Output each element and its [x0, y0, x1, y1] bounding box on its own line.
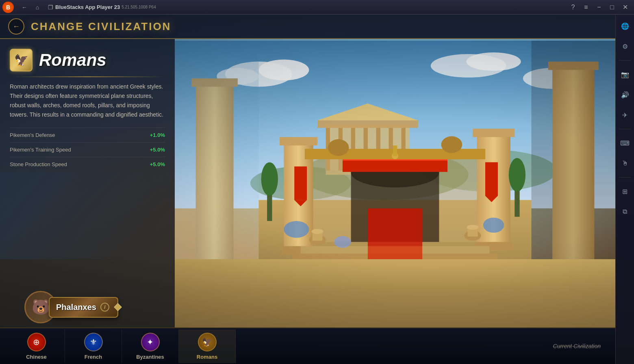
- chinese-symbol: ⊕: [33, 337, 40, 347]
- titlebar: B ← ⌂ ❐ BlueStacks App Player 23 5.21.50…: [0, 0, 634, 15]
- chinese-label: Chinese: [26, 354, 47, 360]
- sidebar-divider-2: [619, 129, 631, 129]
- titlebar-navigation: ← ⌂ ❐: [16, 2, 55, 12]
- svg-point-46: [334, 236, 351, 248]
- byzantine-label: Byzantines: [136, 354, 164, 360]
- civ-tab-roman[interactable]: 🦅 Romans: [179, 329, 236, 363]
- stat-name-1: Pikemen's Training Speed: [10, 147, 71, 153]
- civ-selector: ⊕ Chinese ⚜ French ✦ Byzantines 🦅 Romans…: [0, 327, 615, 364]
- stat-row-1: Pikemen's Training Speed +5.0%: [10, 142, 165, 157]
- svg-point-56: [467, 225, 479, 230]
- info-letter: i: [104, 304, 105, 310]
- stat-value-2: +5.0%: [150, 161, 165, 167]
- minimize-btn[interactable]: −: [593, 2, 605, 13]
- app-name: BlueStacks App Player 23: [55, 4, 120, 10]
- stat-value-1: +5.0%: [150, 147, 165, 153]
- french-symbol: ⚜: [90, 337, 97, 347]
- svg-point-53: [312, 229, 324, 234]
- nav-home-btn[interactable]: ⌂: [33, 2, 42, 12]
- svg-rect-32: [294, 167, 307, 200]
- civ-tab-byzantine[interactable]: ✦ Byzantines: [122, 329, 179, 363]
- unit-name: Phalanxes: [56, 303, 96, 312]
- svg-point-37: [328, 139, 349, 156]
- menu-btn[interactable]: ≡: [580, 2, 592, 13]
- svg-rect-34: [485, 162, 498, 196]
- civ-icon: 🦅: [10, 49, 33, 72]
- nav-recent-btn[interactable]: ❐: [46, 2, 55, 12]
- close-btn[interactable]: ✕: [619, 2, 631, 13]
- roman-symbol: 🦅: [202, 337, 212, 347]
- sidebar-camera-icon[interactable]: 📷: [619, 68, 632, 81]
- civ-description: Roman architects drew inspiration from a…: [10, 82, 165, 119]
- page-title: CHANGE CIVILIZATION: [31, 20, 171, 33]
- sidebar-settings-icon[interactable]: ⚙: [619, 40, 632, 53]
- left-panel: 🦅 Romans Roman architects drew inspirati…: [0, 39, 175, 327]
- roman-icon: 🦅: [198, 333, 217, 351]
- stat-name-0: Pikemen's Defense: [10, 132, 55, 138]
- sidebar-airplane-icon[interactable]: ✈: [619, 108, 632, 121]
- nav-back-btn[interactable]: ←: [20, 2, 29, 12]
- svg-point-2: [258, 59, 309, 80]
- stats-container: Pikemen's Defense +1.0% Pikemen's Traini…: [10, 128, 165, 171]
- stat-name-2: Stone Production Speed: [10, 161, 67, 167]
- back-arrow-icon: ←: [13, 22, 20, 31]
- stat-row-0: Pikemen's Defense +1.0%: [10, 128, 165, 142]
- svg-rect-22: [280, 137, 317, 145]
- main-content: ← CHANGE CIVILIZATION: [0, 15, 615, 364]
- sidebar-divider-1: [619, 60, 631, 61]
- civ-tab-french[interactable]: ⚜ French: [65, 329, 122, 363]
- civ-divider: [10, 76, 165, 77]
- sidebar-layers-icon[interactable]: ⧉: [619, 205, 632, 218]
- maximize-btn[interactable]: □: [606, 2, 618, 13]
- sidebar-keyboard-icon[interactable]: ⌨: [619, 136, 632, 150]
- svg-point-45: [483, 218, 504, 233]
- civ-eagle-icon: 🦅: [14, 54, 28, 67]
- sidebar-globe-icon[interactable]: 🌐: [619, 20, 632, 32]
- header-bar: ← CHANGE CIVILIZATION: [0, 15, 615, 39]
- civ-header: 🦅 Romans: [10, 49, 165, 72]
- sidebar-divider-3: [619, 177, 631, 178]
- byzantine-icon: ✦: [141, 333, 160, 351]
- current-civ-label: Current Civilization: [553, 343, 607, 349]
- window-controls: ? ≡ − □ ✕: [567, 2, 634, 13]
- svg-point-5: [467, 52, 521, 71]
- special-unit-button[interactable]: Phalanxes i: [49, 297, 118, 318]
- unit-portrait-img: 🐻: [32, 299, 50, 316]
- french-label: French: [85, 354, 102, 360]
- svg-point-38: [441, 136, 462, 153]
- svg-rect-42: [368, 208, 422, 246]
- sidebar-sound-icon[interactable]: 🔊: [619, 88, 632, 101]
- special-unit-container: 🐻 Phalanxes i: [24, 291, 118, 323]
- civ-name: Romans: [39, 50, 106, 70]
- byzantine-symbol: ✦: [147, 337, 154, 347]
- svg-rect-62: [393, 145, 397, 156]
- svg-rect-25: [473, 129, 515, 137]
- sidebar-mouse-icon[interactable]: 🖱: [619, 157, 632, 170]
- sidebar-grid-icon[interactable]: ⊞: [619, 185, 632, 198]
- chinese-icon: ⊕: [27, 333, 46, 351]
- stat-value-0: +1.0%: [150, 132, 165, 138]
- svg-point-50: [509, 158, 525, 192]
- svg-point-48: [261, 162, 278, 196]
- civ-tab-chinese[interactable]: ⊕ Chinese: [8, 329, 65, 363]
- right-sidebar: 🌐 ⚙ 📷 🔊 ✈ ⌨ 🖱 ⊞ ⧉: [615, 15, 634, 364]
- stat-row-2: Stone Production Speed +5.0%: [10, 157, 165, 171]
- roman-label: Romans: [197, 354, 217, 360]
- back-button[interactable]: ←: [8, 18, 24, 35]
- app-logo: B: [2, 2, 14, 13]
- app-version: 5.21.505.1008 P64: [122, 5, 156, 9]
- help-btn[interactable]: ?: [567, 2, 579, 13]
- svg-point-44: [284, 221, 309, 238]
- unit-info-icon[interactable]: i: [100, 303, 109, 312]
- svg-rect-11: [317, 120, 418, 128]
- french-icon: ⚜: [84, 333, 103, 351]
